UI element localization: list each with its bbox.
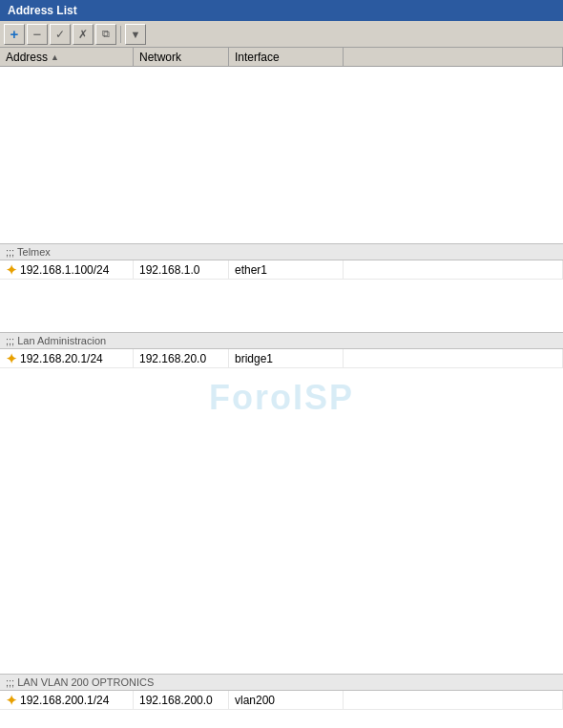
section-header-telmex: ;;; Telmex [0,243,563,260]
cell-network-1: 192.168.1.0 [134,260,229,279]
toolbar-separator [120,26,121,43]
cell-network-2: 192.168.20.0 [134,349,229,367]
cell-interface-1: ether1 [229,260,344,279]
section-header-lan-vlan: ;;; LAN VLAN 200 OPTRONICS [0,674,563,691]
sort-arrow-address: ▲ [51,52,59,62]
header-interface[interactable]: Interface [229,48,344,66]
copy-icon: ⧉ [102,28,110,40]
row-icon-1: ✦ [6,263,17,277]
disable-button[interactable]: ✗ [73,24,94,45]
enable-button[interactable]: ✓ [50,24,71,45]
remove-icon: − [33,26,42,42]
title-label: Address List [8,4,77,17]
row-icon-2: ✦ [6,352,17,365]
cell-rest-1 [344,260,563,279]
table-row[interactable]: ✦ 192.168.20.1/24 192.168.20.0 bridge1 [0,349,563,368]
cell-interface-3: vlan200 [229,691,344,709]
filter-button[interactable]: ▼ [125,24,146,45]
filter-icon: ▼ [131,29,141,40]
copy-button[interactable]: ⧉ [95,24,116,45]
table-header: Address ▲ Network Interface [0,48,563,67]
content-area: ForoISP ;;; Telmex ✦ 192.168.1.100/24 19… [0,67,563,728]
row-icon-3: ✦ [6,694,17,707]
cross-icon: ✗ [78,28,88,41]
remove-button[interactable]: − [27,24,48,45]
cell-rest-2 [344,349,563,367]
toolbar: + − ✓ ✗ ⧉ ▼ [0,21,563,48]
header-address[interactable]: Address ▲ [0,48,134,66]
cell-address-1: ✦ 192.168.1.100/24 [0,260,134,279]
empty-mid1 [0,280,563,332]
section-header-lan-admin: ;;; Lan Administracion [0,332,563,349]
table-row[interactable]: ✦ 192.168.1.100/24 192.168.1.0 ether1 [0,260,563,280]
cell-interface-2: bridge1 [229,349,344,367]
cell-address-2: ✦ 192.168.20.1/24 [0,349,134,367]
title-bar: Address List [0,0,563,21]
add-icon: + [10,26,19,42]
cell-address-3: ✦ 192.168.200.1/24 [0,691,134,709]
cell-rest-3 [344,691,563,709]
cell-network-3: 192.168.200.0 [134,691,229,709]
empty-mid2 [0,368,563,674]
header-rest [344,48,563,66]
header-network[interactable]: Network [134,48,229,66]
add-button[interactable]: + [4,24,25,45]
empty-top [0,67,563,243]
check-icon: ✓ [55,28,65,41]
table-row[interactable]: ✦ 192.168.200.1/24 192.168.200.0 vlan200 [0,691,563,710]
